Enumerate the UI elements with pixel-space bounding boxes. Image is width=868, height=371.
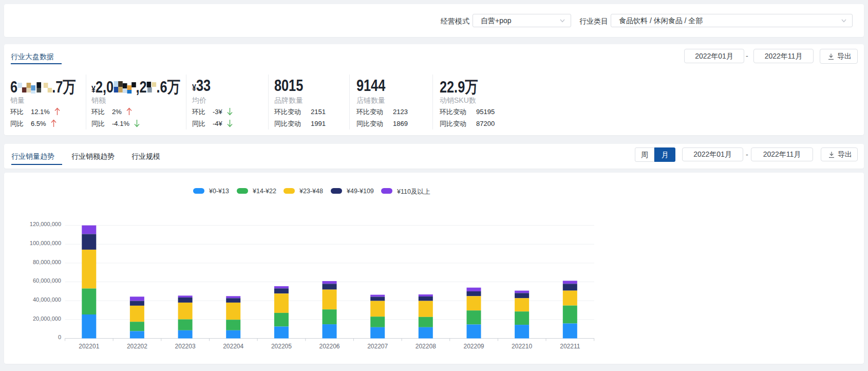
svg-text:40,000,000: 40,000,000 xyxy=(33,296,61,303)
svg-text:0: 0 xyxy=(58,334,61,340)
svg-text:202203: 202203 xyxy=(175,343,196,350)
svg-text:120,000,000: 120,000,000 xyxy=(30,221,61,227)
svg-text:202205: 202205 xyxy=(271,343,292,350)
svg-text:202209: 202209 xyxy=(463,343,484,350)
svg-text:80,000,000: 80,000,000 xyxy=(33,259,61,265)
svg-text:202206: 202206 xyxy=(319,343,339,350)
svg-text:202204: 202204 xyxy=(223,343,243,350)
svg-text:202210: 202210 xyxy=(512,343,532,350)
svg-text:202208: 202208 xyxy=(416,343,436,350)
svg-text:202207: 202207 xyxy=(367,343,388,350)
svg-text:202211: 202211 xyxy=(560,343,580,350)
svg-text:202201: 202201 xyxy=(79,343,99,350)
svg-text:20,000,000: 20,000,000 xyxy=(33,316,61,322)
svg-text:60,000,000: 60,000,000 xyxy=(33,277,61,284)
svg-text:202202: 202202 xyxy=(127,343,147,350)
svg-text:100,000,000: 100,000,000 xyxy=(30,240,61,246)
